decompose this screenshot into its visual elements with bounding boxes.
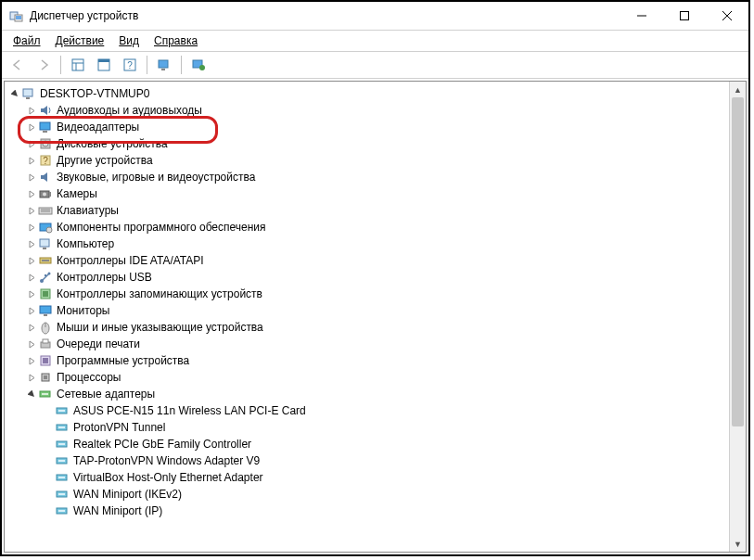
svg-rect-46 [40, 306, 51, 313]
scroll-up-button[interactable]: ▲ [730, 82, 746, 97]
tree-category[interactable]: Аудиовходы и аудиовыходы [6, 102, 744, 119]
scroll-track[interactable] [730, 97, 746, 536]
expand-icon[interactable] [25, 240, 38, 248]
svg-marker-27 [41, 172, 47, 182]
tree-device[interactable]: ProtonVPN Tunnel [6, 419, 744, 436]
maximize-button[interactable] [663, 2, 706, 30]
svg-rect-47 [44, 314, 47, 316]
svg-rect-53 [43, 358, 48, 363]
show-hidden-button[interactable] [66, 53, 90, 77]
back-button[interactable] [6, 53, 30, 77]
collapse-icon[interactable] [25, 390, 38, 399]
tree-category[interactable]: Сетевые адаптеры [6, 386, 744, 402]
tree-category[interactable]: Процессоры [6, 369, 744, 386]
svg-rect-69 [58, 493, 65, 495]
scroll-thumb[interactable] [732, 97, 744, 426]
tree-device[interactable]: VirtualBox Host-Only Ethernet Adapter [6, 469, 744, 486]
expand-icon[interactable] [25, 173, 38, 182]
svg-rect-67 [58, 477, 65, 478]
svg-rect-7 [72, 59, 83, 70]
tree-category[interactable]: Компьютер [6, 235, 744, 252]
expand-icon[interactable] [25, 157, 38, 165]
expand-icon[interactable] [25, 307, 38, 315]
tree-node-label: Видеоадаптеры [57, 121, 139, 134]
svg-point-35 [46, 227, 52, 233]
menu-action[interactable]: Действие [48, 32, 112, 49]
expand-icon[interactable] [25, 107, 38, 115]
tree-category[interactable]: Дисковые устройства [6, 135, 744, 152]
tree-category[interactable]: Программные устройства [6, 352, 744, 369]
title-bar: Диспетчер устройств [2, 2, 748, 31]
tree-device[interactable]: TAP-ProtonVPN Windows Adapter V9 [6, 452, 744, 469]
expand-icon[interactable] [25, 357, 38, 365]
expand-icon[interactable] [25, 374, 38, 382]
tree-node-label: VirtualBox Host-Only Ethernet Adapter [73, 471, 263, 484]
tree-node-label: Звуковые, игровые и видеоустройства [57, 171, 255, 184]
netchild-icon [55, 487, 70, 502]
expand-icon[interactable] [25, 223, 38, 232]
expand-icon[interactable] [25, 207, 38, 215]
swdev-icon [38, 353, 53, 368]
tree-node-label: Дисковые устройства [57, 137, 168, 150]
keyboard-icon [38, 203, 53, 218]
tree-category[interactable]: Мониторы [6, 302, 744, 319]
tree-node-label: Процессоры [57, 371, 121, 384]
svg-point-42 [48, 273, 51, 275]
usb-icon [38, 270, 53, 285]
expand-icon[interactable] [25, 290, 38, 299]
tree-category[interactable]: Компоненты программного обеспечения [6, 219, 744, 235]
tree-device[interactable]: ASUS PCE-N15 11n Wireless LAN PCI-E Card [6, 402, 744, 419]
svg-rect-14 [159, 60, 168, 68]
expand-icon[interactable] [25, 324, 38, 332]
forward-button[interactable] [32, 53, 56, 77]
tree-category[interactable]: Контроллеры USB [6, 269, 744, 286]
expand-icon[interactable] [25, 190, 38, 198]
update-button[interactable] [186, 53, 211, 77]
tree-root[interactable]: DESKTOP-VTNMUP0 [6, 85, 744, 102]
svg-rect-22 [43, 131, 47, 133]
tree-category[interactable]: Звуковые, игровые и видеоустройства [6, 169, 744, 185]
tree-device[interactable]: WAN Miniport (IP) [6, 503, 744, 519]
vertical-scrollbar[interactable]: ▲ ▼ [729, 82, 746, 552]
expand-icon[interactable] [25, 274, 38, 282]
mouse-icon [38, 320, 53, 335]
tree-node-label: DESKTOP-VTNMUP0 [40, 87, 149, 100]
tree-node-label: Аудиовходы и аудиовыходы [57, 104, 202, 117]
tree-category[interactable]: Клавиатуры [6, 202, 744, 219]
tree-device[interactable]: WAN Miniport (IKEv2) [6, 486, 744, 503]
minimize-button[interactable] [620, 2, 663, 30]
svg-rect-63 [58, 443, 65, 445]
svg-rect-36 [40, 239, 49, 247]
collapse-icon[interactable] [8, 90, 21, 98]
printer-icon [38, 337, 53, 351]
scan-button[interactable] [152, 53, 176, 77]
tree-node-label: WAN Miniport (IKEv2) [73, 488, 182, 501]
device-tree[interactable]: DESKTOP-VTNMUP0Аудиовходы и аудиовыходыВ… [5, 82, 746, 552]
tree-node-label: Сетевые адаптеры [57, 388, 155, 401]
close-button[interactable] [706, 2, 748, 30]
tree-category[interactable]: Камеры [6, 185, 744, 202]
tree-category[interactable]: Контроллеры запоминающих устройств [6, 286, 744, 302]
menu-bar: Файл Действие Вид Справка [2, 31, 748, 52]
menu-view[interactable]: Вид [111, 32, 147, 49]
tree-category[interactable]: Мыши и иные указывающие устройства [6, 319, 744, 336]
tree-node-label: TAP-ProtonVPN Windows Adapter V9 [73, 454, 260, 467]
svg-marker-20 [41, 106, 47, 115]
tree-category[interactable]: Видеоадаптеры [6, 119, 744, 135]
expand-icon[interactable] [25, 257, 38, 265]
tree-category[interactable]: Контроллеры IDE ATA/ATAPI [6, 252, 744, 269]
scroll-down-button[interactable]: ▼ [730, 536, 746, 552]
tree-category[interactable]: Очереди печати [6, 336, 744, 352]
menu-file[interactable]: Файл [6, 32, 48, 49]
tree-category[interactable]: ?Другие устройства [6, 152, 744, 169]
menu-help[interactable]: Справка [147, 32, 205, 49]
ide-icon [38, 253, 53, 268]
expand-icon[interactable] [25, 123, 38, 132]
properties-button[interactable] [92, 53, 116, 77]
expand-icon[interactable] [25, 340, 38, 349]
separator [60, 56, 61, 74]
tree-device[interactable]: Realtek PCIe GbE Family Controller [6, 436, 744, 452]
svg-rect-55 [44, 375, 47, 379]
help-button[interactable]: ? [118, 53, 142, 77]
expand-icon[interactable] [25, 140, 38, 148]
